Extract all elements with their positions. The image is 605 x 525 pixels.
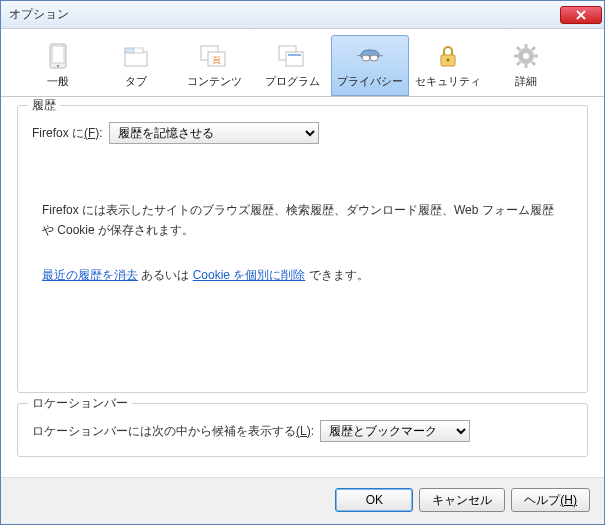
svg-point-17 bbox=[523, 53, 529, 59]
svg-rect-5 bbox=[134, 48, 143, 53]
window-title: オプション bbox=[9, 6, 69, 23]
history-mode-row: Firefox に(F): 履歴を記憶させる bbox=[32, 122, 573, 144]
locationbar-group: ロケーションバー ロケーションバーには次の中から候補を表示する(L): 履歴とブ… bbox=[17, 403, 588, 457]
content-area: 履歴 Firefox に(F): 履歴を記憶させる Firefox には表示した… bbox=[1, 97, 604, 477]
svg-point-2 bbox=[57, 65, 59, 67]
gear-icon bbox=[510, 40, 542, 72]
svg-line-25 bbox=[532, 47, 535, 50]
dialog-footer: OK キャンセル ヘルプ(H) bbox=[1, 477, 604, 524]
ok-button[interactable]: OK bbox=[335, 488, 413, 512]
history-mode-select[interactable]: 履歴を記憶させる bbox=[109, 122, 319, 144]
tab-programs[interactable]: プログラム bbox=[253, 35, 331, 96]
history-description: Firefox には表示したサイトのブラウズ履歴、検索履歴、ダウンロード履歴、W… bbox=[42, 200, 563, 241]
help-button[interactable]: ヘルプ(H) bbox=[511, 488, 590, 512]
general-icon bbox=[42, 40, 74, 72]
locationbar-select[interactable]: 履歴とブックマーク bbox=[320, 420, 470, 442]
svg-point-13 bbox=[370, 55, 378, 61]
titlebar: オプション bbox=[1, 1, 604, 29]
tab-security[interactable]: セキュリティ bbox=[409, 35, 487, 96]
category-toolbar: 一般 タブ 頁 コンテンツ プログラム プライバシー セキュリティ 詳細 bbox=[1, 29, 604, 97]
tab-general[interactable]: 一般 bbox=[19, 35, 97, 96]
clear-history-link[interactable]: 最近の履歴を消去 bbox=[42, 268, 138, 282]
content-icon: 頁 bbox=[198, 40, 230, 72]
svg-rect-3 bbox=[125, 52, 147, 66]
svg-line-23 bbox=[532, 62, 535, 65]
history-links-line: 最近の履歴を消去 あるいは Cookie を個別に削除 できます。 bbox=[42, 267, 563, 284]
cancel-button[interactable]: キャンセル bbox=[419, 488, 505, 512]
tabs-icon bbox=[120, 40, 152, 72]
tab-tabs[interactable]: タブ bbox=[97, 35, 175, 96]
security-icon bbox=[432, 40, 464, 72]
locationbar-legend: ロケーションバー bbox=[28, 395, 132, 412]
svg-rect-1 bbox=[52, 46, 64, 63]
svg-point-15 bbox=[447, 59, 450, 62]
privacy-icon bbox=[354, 40, 386, 72]
close-icon bbox=[576, 10, 586, 20]
svg-rect-11 bbox=[288, 54, 301, 56]
locationbar-label: ロケーションバーには次の中から候補を表示する(L): bbox=[32, 423, 314, 440]
tab-advanced[interactable]: 詳細 bbox=[487, 35, 565, 96]
tab-privacy[interactable]: プライバシー bbox=[331, 35, 409, 96]
options-window: オプション 一般 タブ 頁 コンテンツ プログラム プライバシー セキュリティ bbox=[0, 0, 605, 525]
history-legend: 履歴 bbox=[28, 97, 60, 114]
history-group: 履歴 Firefox に(F): 履歴を記憶させる Firefox には表示した… bbox=[17, 105, 588, 393]
delete-cookies-link[interactable]: Cookie を個別に削除 bbox=[193, 268, 306, 282]
svg-rect-4 bbox=[125, 48, 134, 53]
history-prefix: Firefox に(F): bbox=[32, 125, 103, 142]
svg-text:頁: 頁 bbox=[212, 55, 221, 65]
svg-point-12 bbox=[362, 55, 370, 61]
tab-content[interactable]: 頁 コンテンツ bbox=[175, 35, 253, 96]
close-button[interactable] bbox=[560, 6, 602, 24]
svg-line-22 bbox=[517, 47, 520, 50]
svg-line-24 bbox=[517, 62, 520, 65]
locationbar-row: ロケーションバーには次の中から候補を表示する(L): 履歴とブックマーク bbox=[32, 420, 573, 442]
programs-icon bbox=[276, 40, 308, 72]
